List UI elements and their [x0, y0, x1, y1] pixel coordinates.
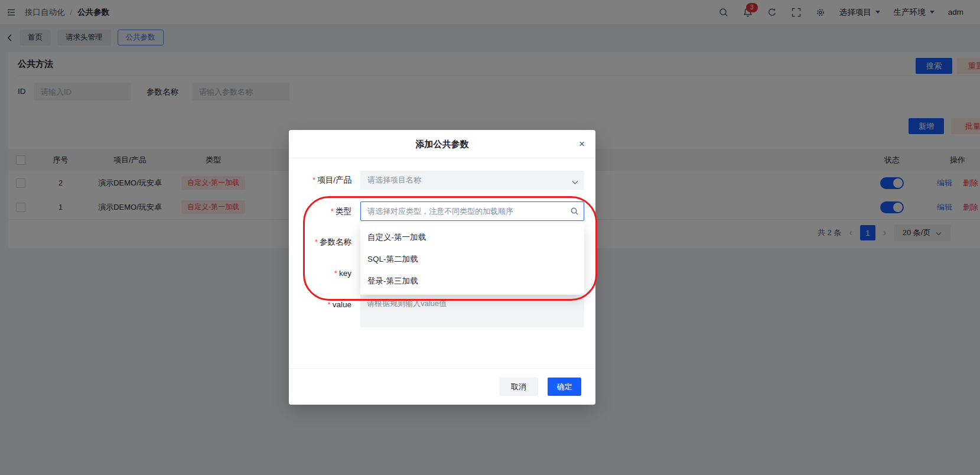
project-select-placeholder: 请选择项目名称	[367, 175, 421, 186]
type-field-label: *类型	[289, 206, 351, 217]
modal-title: 添加公共参数	[289, 130, 595, 158]
cancel-button[interactable]: 取消	[499, 378, 538, 396]
modal-header: 添加公共参数 ×	[289, 130, 595, 158]
chevron-down-icon	[572, 178, 578, 187]
required-mark: *	[334, 269, 337, 278]
dropdown-option-sql[interactable]: SQL-第二加载	[360, 248, 584, 270]
required-mark: *	[312, 175, 315, 184]
required-mark: *	[331, 207, 334, 216]
dropdown-option-custom[interactable]: 自定义-第一加载	[360, 226, 584, 248]
confirm-button[interactable]: 确定	[548, 378, 581, 396]
project-field-label: *项目/产品	[289, 175, 351, 186]
add-public-param-modal: 添加公共参数 × *项目/产品 请选择项目名称 *类型 *参数名称 *key 自…	[289, 130, 595, 405]
required-mark: *	[327, 300, 330, 309]
type-dropdown: 自定义-第一加载 SQL-第二加载 登录-第三加载	[360, 223, 584, 295]
search-icon	[570, 207, 579, 217]
app-root: 接口自动化 / 公共参数 3 选择项目	[0, 0, 980, 475]
dropdown-option-login[interactable]: 登录-第三加载	[360, 270, 584, 292]
value-field-label: *value	[289, 300, 351, 310]
modal-footer: 取消 确定	[289, 368, 595, 405]
value-textarea[interactable]	[360, 294, 584, 327]
project-select[interactable]: 请选择项目名称	[360, 171, 584, 190]
param-name-field-label: *参数名称	[289, 237, 351, 248]
key-field-label: *key	[289, 268, 351, 279]
required-mark: *	[315, 237, 318, 246]
close-icon[interactable]: ×	[579, 130, 585, 158]
type-search-input[interactable]	[360, 201, 584, 221]
type-input-wrap	[360, 201, 584, 221]
